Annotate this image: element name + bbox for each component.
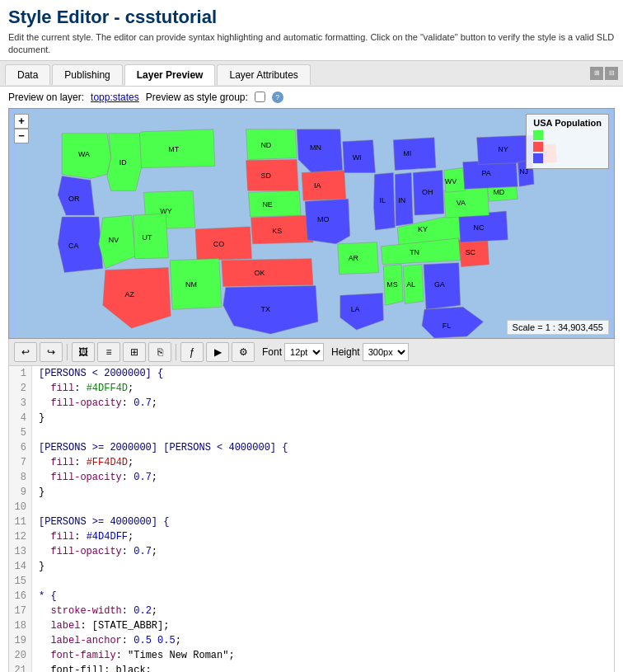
scale-info: Scale = 1 : 34,903,455 [507,320,609,335]
code-line: 15 [9,574,614,589]
line-content: [PERSONS >= 2000000] [PERSONS < 4000000]… [32,440,288,455]
function-button[interactable]: ƒ [180,342,204,362]
svg-text:UT: UT [142,233,152,242]
svg-text:NE: NE [262,200,272,209]
svg-text:LA: LA [351,305,360,313]
page-title: Style Editor - csstutorial [8,7,615,28]
line-number: 2 [9,381,32,396]
svg-marker-25 [251,215,313,244]
page-description: Edit the current style. The editor can p… [8,31,615,57]
svg-text:FL: FL [443,322,451,330]
copy-button[interactable]: ⎘ [148,342,171,362]
svg-text:NC: NC [474,223,485,232]
svg-marker-5 [58,217,103,273]
svg-text:WA: WA [78,149,90,157]
undo-button[interactable]: ↩ [14,342,37,362]
tab-layer-preview[interactable]: Layer Preview [124,64,216,86]
svg-text:TX: TX [260,305,269,313]
map-svg: WA OR CA ID MT ND SD WY NE NV [9,109,614,338]
redo-button[interactable]: ↪ [40,342,63,362]
line-content: font-family: "Times New Roman"; [32,648,235,663]
tabs-bar: Data Publishing Layer Preview Layer Attr… [0,60,623,87]
code-editor[interactable]: 1[PERSONS < 2000000] {2 fill: #4DFF4D;3 … [8,366,615,672]
preview-bar: Preview on layer: topp:states Preview as… [0,87,623,108]
layer-link[interactable]: topp:states [91,92,139,103]
tab-data[interactable]: Data [5,64,50,85]
code-line: 20 font-family: "Times New Roman"; [9,648,614,663]
line-content: stroke-width: 0.2; [32,604,157,618]
line-number: 8 [9,470,32,485]
zoom-out-button[interactable]: − [14,129,29,143]
line-content: fill: #FF4D4D; [32,455,134,470]
tab-publishing[interactable]: Publishing [52,64,122,85]
legend-color-green [533,130,543,140]
code-line: 4} [9,411,614,425]
svg-text:MN: MN [310,143,321,151]
code-line: 2 fill: #4DFF4D; [9,381,614,396]
line-content: fill-opacity: 0.7; [32,396,157,411]
code-line: 17 stroke-width: 0.2; [9,604,614,618]
code-line: 14} [9,559,614,574]
svg-text:OR: OR [68,195,80,203]
code-line: 3 fill-opacity: 0.7; [9,396,614,411]
svg-text:ID: ID [119,157,127,166]
svg-text:MD: MD [493,188,504,196]
help-icon[interactable]: ? [272,92,283,103]
line-content [32,574,39,589]
line-number: 13 [9,544,32,559]
svg-text:MS: MS [386,280,397,289]
table-button[interactable]: ⊞ [123,342,146,362]
svg-text:CA: CA [68,242,78,250]
code-line: 5 [9,425,614,440]
line-number: 10 [9,500,32,515]
svg-text:SD: SD [260,172,271,180]
line-content: } [32,559,44,574]
legend-color-red [533,142,543,152]
image-button[interactable]: 🖼 [72,342,95,362]
legend-title: USA Population [533,118,602,128]
svg-text:MI: MI [403,148,411,157]
svg-marker-29 [302,170,346,200]
code-line: 16* { [9,589,614,604]
line-number: 3 [9,396,32,411]
height-select[interactable]: 200px 300px 400px 500px [363,343,409,361]
preview-button[interactable]: ▶ [206,342,229,362]
line-number: 4 [9,411,32,425]
line-content: label: [STATE_ABBR]; [32,618,169,633]
style-group-checkbox[interactable] [255,92,265,102]
legend-color-blue [533,153,543,163]
svg-text:KY: KY [418,225,428,233]
grid2-icon[interactable]: ⊟ [605,67,618,80]
svg-text:IN: IN [398,196,405,204]
line-content: font-fill: black; [32,663,152,672]
line-content: [PERSONS < 2000000] { [32,366,163,381]
svg-text:MT: MT [168,144,179,153]
toolbar-sep-2 [176,344,176,360]
tab-layer-attributes[interactable]: Layer Attributes [217,64,310,85]
line-number: 20 [9,648,32,663]
line-content: * { [32,589,57,604]
svg-text:CO: CO [213,240,224,248]
code-line: 12 fill: #4D4DFF; [9,529,614,544]
page-header: Style Editor - csstutorial Edit the curr… [0,0,623,60]
svg-text:PA: PA [482,169,491,177]
list-button[interactable]: ≡ [97,342,120,362]
height-label: Height [331,346,360,358]
font-size-select[interactable]: 8pt 10pt 12pt 14pt 16pt [284,343,324,361]
grid-icon[interactable]: ⊞ [590,67,603,80]
code-line: 10 [9,500,614,515]
zoom-in-button[interactable]: + [14,114,29,129]
code-line: 9} [9,485,614,500]
line-number: 9 [9,485,32,500]
line-content: fill: #4D4DFF; [32,529,134,544]
code-line: 6[PERSONS >= 2000000] [PERSONS < 4000000… [9,440,614,455]
line-content: } [32,485,44,500]
svg-text:AL: AL [406,280,415,289]
svg-text:AZ: AZ [125,290,135,298]
preview-label: Preview on layer: [8,92,84,103]
settings-button[interactable]: ⚙ [232,342,255,362]
map-legend: USA Population [526,114,609,169]
svg-marker-17 [249,190,302,217]
svg-text:NV: NV [109,236,119,244]
line-number: 15 [9,574,32,589]
